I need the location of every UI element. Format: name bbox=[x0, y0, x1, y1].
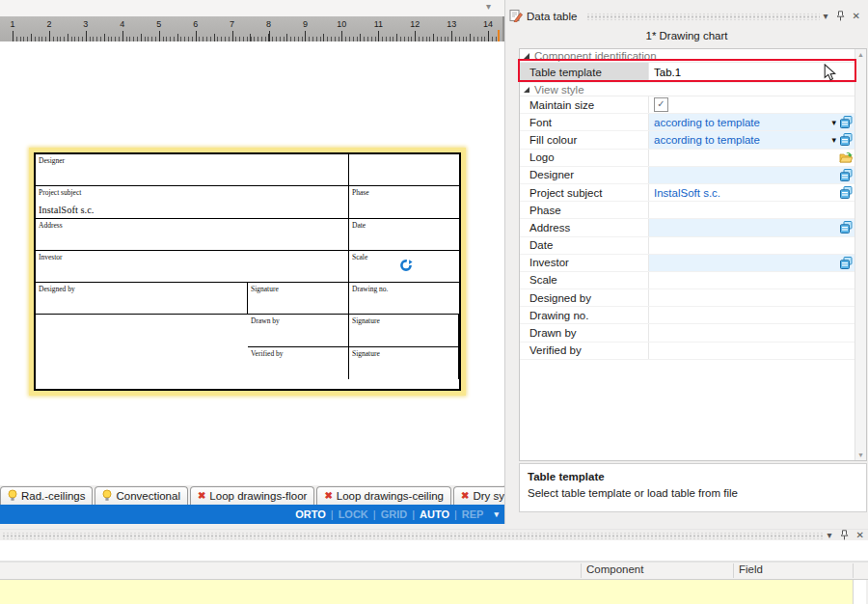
selected-title-block[interactable]: Designer Project subject InstalSoft s.c.… bbox=[29, 148, 466, 396]
property-label: Designer bbox=[520, 167, 649, 183]
property-value[interactable] bbox=[649, 255, 855, 271]
dropdown-arrow-icon[interactable]: ▾ bbox=[831, 118, 836, 127]
apply-icon[interactable] bbox=[839, 186, 853, 199]
column-separator[interactable] bbox=[733, 563, 734, 578]
tab-loop-drawings-floor[interactable]: ✖Loop drawings-floor bbox=[190, 486, 314, 505]
cell-investor: Investor bbox=[36, 251, 349, 283]
panel-menu-arrow-icon[interactable]: ▾ bbox=[824, 12, 828, 21]
tab-label: Convectional bbox=[116, 490, 179, 502]
property-row-drawn-by[interactable]: Drawn by bbox=[520, 324, 855, 342]
cell-merged-empty bbox=[36, 315, 248, 379]
property-row-investor[interactable]: Investor bbox=[520, 255, 855, 272]
ruler-number: 7 bbox=[230, 19, 234, 29]
property-value[interactable] bbox=[649, 167, 855, 183]
property-value[interactable] bbox=[649, 307, 855, 323]
rotate-handle-icon[interactable] bbox=[399, 259, 413, 272]
property-value-text: Tab.1 bbox=[654, 67, 681, 78]
apply-icon[interactable] bbox=[839, 169, 853, 181]
bottom-table-empty-row[interactable] bbox=[0, 580, 854, 604]
status-toggle-grid[interactable]: GRID bbox=[381, 508, 408, 520]
property-value[interactable] bbox=[649, 237, 855, 254]
property-row-designer[interactable]: Designer bbox=[520, 167, 855, 184]
apply-icon[interactable] bbox=[839, 257, 853, 269]
apply-icon[interactable] bbox=[839, 221, 853, 233]
panel-pin-icon[interactable] bbox=[836, 11, 845, 23]
panel-header[interactable]: Data table ▾ ✕ bbox=[509, 8, 864, 25]
property-value[interactable] bbox=[649, 202, 855, 218]
apply-icon[interactable] bbox=[839, 116, 853, 128]
property-value[interactable]: according to template▾ bbox=[649, 114, 855, 130]
ruler-number: 4 bbox=[120, 19, 124, 29]
property-row-fill-colour[interactable]: Fill colouraccording to template▾ bbox=[520, 131, 855, 149]
property-value[interactable]: ✓ bbox=[649, 96, 855, 113]
expander-icon bbox=[524, 53, 529, 59]
status-toggle-rep[interactable]: REP bbox=[462, 508, 484, 520]
ruler-number: 1 bbox=[10, 19, 14, 29]
scroll-up-icon[interactable]: ▲ bbox=[855, 49, 866, 60]
property-value[interactable] bbox=[649, 324, 855, 341]
property-row-phase[interactable]: Phase bbox=[520, 202, 855, 219]
cell-designer: Designer bbox=[36, 154, 349, 186]
title-block-table[interactable]: Designer Project subject InstalSoft s.c.… bbox=[34, 152, 461, 391]
status-toggles: ORTO|LOCK|GRID|AUTO|REP bbox=[295, 508, 483, 520]
bottom-panel-close-icon[interactable]: ✕ bbox=[856, 531, 864, 540]
property-value[interactable] bbox=[649, 219, 855, 235]
column-header-field[interactable]: Field bbox=[739, 563, 763, 575]
drawing-canvas[interactable]: Designer Project subject InstalSoft s.c.… bbox=[0, 41, 505, 485]
ruler-number: 2 bbox=[46, 19, 51, 29]
bottom-panel-toolbar-area bbox=[0, 540, 868, 563]
property-label: Maintain size bbox=[520, 96, 649, 113]
property-row-logo[interactable]: Logo bbox=[520, 150, 855, 167]
property-label: Project subject bbox=[520, 184, 649, 201]
status-separator: | bbox=[412, 508, 415, 520]
property-value[interactable]: according to template▾ bbox=[649, 131, 855, 148]
property-row-project-subject[interactable]: Project subjectInstalSoft s.c. bbox=[520, 184, 855, 202]
property-value-text: according to template bbox=[654, 134, 760, 146]
column-separator[interactable] bbox=[581, 563, 582, 578]
tab-loop-drawings-ceiling[interactable]: ✖Loop drawings-ceiling bbox=[316, 486, 451, 505]
column-header-component[interactable]: Component bbox=[586, 563, 643, 575]
property-row-table-template[interactable]: Table templateTab.1 bbox=[520, 63, 855, 83]
property-value[interactable] bbox=[649, 150, 855, 166]
property-value-text: InstalSoft s.c. bbox=[654, 187, 720, 199]
status-dropdown-icon[interactable]: ▾ bbox=[494, 509, 499, 519]
property-value[interactable]: Tab.1 bbox=[649, 63, 855, 82]
ruler-number: 10 bbox=[337, 19, 346, 29]
status-toggle-orto[interactable]: ORTO bbox=[295, 508, 326, 520]
tab-convectional[interactable]: Convectional bbox=[95, 486, 187, 505]
property-value[interactable]: InstalSoft s.c. bbox=[649, 184, 855, 201]
apply-icon[interactable] bbox=[839, 133, 853, 146]
property-label: Drawn by bbox=[520, 324, 649, 341]
ruler-number: 11 bbox=[374, 19, 383, 29]
property-value[interactable] bbox=[649, 343, 855, 359]
status-toggle-lock[interactable]: LOCK bbox=[339, 508, 368, 520]
property-row-date[interactable]: Date bbox=[520, 237, 855, 255]
cell-date: Date bbox=[349, 219, 459, 251]
dropdown-arrow-icon[interactable]: ▾ bbox=[831, 135, 836, 145]
data-table-panel: Data table ▾ ✕ 1* Drawing chart Componen… bbox=[504, 0, 868, 524]
application-window: ▾ 1234567891011121314 Designer Project s… bbox=[0, 0, 868, 604]
open-folder-icon[interactable] bbox=[839, 151, 853, 164]
checkbox-checked[interactable]: ✓ bbox=[654, 97, 668, 112]
panel-close-icon[interactable]: ✕ bbox=[853, 12, 860, 21]
property-row-font[interactable]: Fontaccording to template▾ bbox=[520, 114, 855, 131]
column-separator[interactable] bbox=[853, 563, 854, 578]
property-row-address[interactable]: Address bbox=[520, 219, 855, 236]
status-toggle-auto[interactable]: AUTO bbox=[420, 508, 449, 520]
bottom-panel-menu-arrow-icon[interactable]: ▾ bbox=[827, 531, 832, 540]
property-label: Table template bbox=[520, 63, 649, 82]
property-label: Font bbox=[520, 114, 649, 130]
property-row-maintain-size[interactable]: Maintain size✓ bbox=[520, 96, 855, 114]
toolbar-collapse-arrow-icon[interactable]: ▾ bbox=[486, 1, 491, 12]
group-header-component-identification[interactable]: Component identification bbox=[520, 49, 855, 63]
scrollbar[interactable]: ▲ ▼ bbox=[854, 49, 866, 460]
property-row-drawing-no[interactable]: Drawing no. bbox=[520, 307, 855, 324]
property-value[interactable] bbox=[649, 289, 855, 306]
tab-rad-ceilings[interactable]: Rad.-ceilings bbox=[0, 486, 93, 505]
property-row-designed-by[interactable]: Designed by bbox=[520, 289, 855, 307]
property-row-verified-by[interactable]: Verified by bbox=[520, 343, 855, 360]
property-value[interactable] bbox=[649, 272, 855, 288]
group-header-view-style[interactable]: View style bbox=[520, 83, 855, 96]
property-row-scale[interactable]: Scale bbox=[520, 272, 855, 289]
scroll-down-icon[interactable]: ▼ bbox=[855, 450, 866, 460]
